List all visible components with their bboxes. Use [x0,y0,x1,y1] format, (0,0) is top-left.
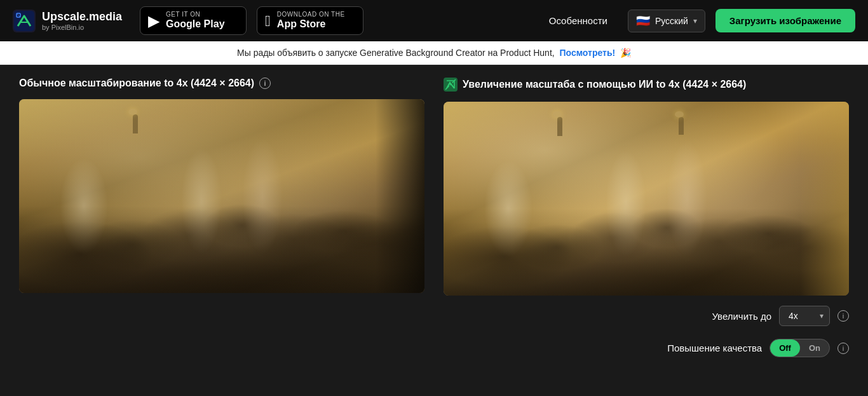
header: Upscale.media by PixelBin.io ▶ GET IT ON… [0,0,868,41]
language-selector[interactable]: 🇷🇺 Русский ▾ [628,10,705,32]
upload-button[interactable]: Загрузить изображение [715,9,855,32]
right-panel-title: Увеличение масштаба с помощью ИИ to 4x (… [444,78,849,92]
scale-info-icon[interactable]: i [837,310,849,322]
left-photo [19,99,424,293]
google-play-line2: Google Play [166,18,224,30]
right-panel-title-text: Увеличение масштаба с помощью ИИ to 4x (… [463,79,746,90]
quality-info-icon[interactable]: i [837,343,849,354]
right-crowd-shadow [444,208,849,296]
chevron-down-icon: ▾ [693,17,697,25]
left-crowd-shadow [19,206,424,293]
announcement-text: Мы рады объявить о запуске Generative Ba… [237,48,555,58]
right-lamp-2 [679,117,684,135]
features-link[interactable]: Особенности [539,15,618,26]
logo-icon [13,10,36,32]
logo-subtitle: by PixelBin.io [42,24,122,31]
scale-select-wrapper[interactable]: 1x 2x 4x ▾ [779,306,830,326]
right-lamp-glow-2 [675,111,684,118]
main-content: Обычное масштабирование to 4x (4424 × 26… [0,65,868,396]
apple-icon:  [265,12,271,30]
announcement-link[interactable]: Посмотреть! [559,48,615,58]
logo-title: Upscale.media [42,10,122,24]
toggle-on-option[interactable]: On [800,339,829,357]
logo-text-area: Upscale.media by PixelBin.io [42,10,122,31]
announcement-emoji: 🎉 [620,48,631,58]
left-image-container [19,99,424,293]
logo-area[interactable]: Upscale.media by PixelBin.io [13,10,122,32]
left-panel-title-text: Обычное масштабирование to 4x (4424 × 26… [19,78,254,89]
quality-control-row: Повышение качества Off On i [444,339,849,357]
lang-name: Русский [655,16,688,26]
scale-control-row: Увеличить до 1x 2x 4x ▾ i [444,306,849,326]
left-lamp-1 [133,114,138,133]
left-info-icon[interactable]: i [259,78,271,89]
left-burn-edge [376,99,424,293]
upscale-icon [444,78,458,92]
toggle-off-option[interactable]: Off [770,339,800,357]
quality-toggle[interactable]: Off On [770,339,830,357]
scale-label: Увеличить до [712,311,771,322]
google-play-icon: ▶ [148,12,159,30]
right-photo [444,102,849,296]
right-lamp-1 [557,117,562,136]
scale-select[interactable]: 1x 2x 4x [779,306,830,326]
quality-label: Повышение качества [667,343,762,353]
app-store-line1: Download on the [277,11,345,18]
left-panel-title: Обычное масштабирование to 4x (4424 × 26… [19,78,424,89]
app-store-line2: App Store [277,18,345,30]
left-panel: Обычное масштабирование to 4x (4424 × 26… [19,78,424,385]
google-play-badge[interactable]: ▶ GET IT ON Google Play [140,6,247,34]
right-light-leak [800,102,849,296]
app-store-badge[interactable]:  Download on the App Store [257,6,363,34]
google-play-line1: GET IT ON [166,11,224,18]
announcement-bar: Мы рады объявить о запуске Generative Ba… [0,41,868,65]
app-store-text: Download on the App Store [277,11,345,30]
right-panel: Увеличение масштаба с помощью ИИ to 4x (… [444,78,849,385]
right-image-container [444,102,849,296]
google-play-text: GET IT ON Google Play [166,11,224,30]
controls-area: Увеличить до 1x 2x 4x ▾ i Повышение каче… [444,306,849,357]
lang-flag: 🇷🇺 [636,14,650,28]
